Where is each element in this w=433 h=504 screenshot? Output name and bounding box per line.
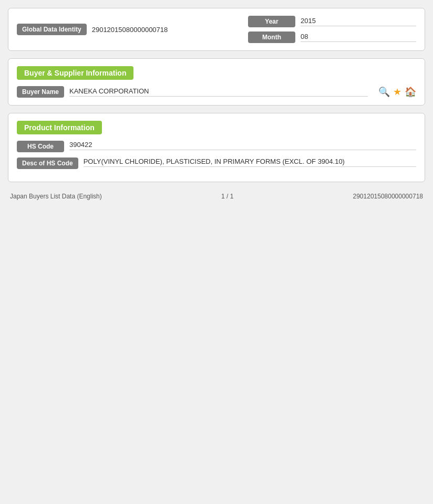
- global-data-identity-label: Global Data Identity: [17, 24, 87, 35]
- home-icon[interactable]: 🏠: [405, 87, 416, 97]
- desc-hs-code-label: Desc of HS Code: [17, 158, 78, 169]
- search-icon[interactable]: 🔍: [378, 87, 390, 97]
- hs-code-label: HS Code: [17, 141, 64, 152]
- page-wrapper: Global Data Identity 2901201508000000071…: [0, 0, 433, 504]
- month-label: Month: [248, 32, 295, 43]
- buyer-row: Buyer Name KANEKA CORPORATION 🔍 ★ 🏠: [17, 86, 416, 98]
- action-icons: 🔍 ★ 🏠: [378, 87, 416, 97]
- footer-record-id: 29012015080000000718: [353, 193, 423, 200]
- buyer-name-value: KANEKA CORPORATION: [69, 87, 368, 97]
- footer-source: Japan Buyers List Data (English): [10, 193, 102, 200]
- desc-hs-code-value: POLY(VINYL CHLORIDE), PLASTICISED, IN PR…: [84, 158, 416, 167]
- identity-left: Global Data Identity 2901201508000000071…: [17, 24, 243, 35]
- hs-code-row: HS Code 390422: [17, 141, 416, 152]
- hs-code-value: 390422: [69, 141, 416, 150]
- identity-card: Global Data Identity 2901201508000000071…: [8, 8, 425, 51]
- desc-hs-code-row: Desc of HS Code POLY(VINYL CHLORIDE), PL…: [17, 158, 416, 169]
- product-card: Product Information HS Code 390422 Desc …: [8, 113, 425, 182]
- buyer-name-label: Buyer Name: [17, 86, 64, 98]
- year-label: Year: [248, 16, 295, 27]
- buyer-supplier-card: Buyer & Supplier Information Buyer Name …: [8, 58, 425, 106]
- buyer-supplier-section-header: Buyer & Supplier Information: [17, 66, 133, 80]
- star-icon[interactable]: ★: [393, 87, 401, 97]
- product-section-header: Product Information: [17, 121, 102, 134]
- identity-right: Year 2015 Month 08: [248, 16, 416, 43]
- footer-pagination: 1 / 1: [221, 193, 233, 200]
- footer-bar: Japan Buyers List Data (English) 1 / 1 2…: [8, 190, 425, 203]
- month-value: 08: [301, 33, 416, 42]
- year-row: Year 2015: [248, 16, 416, 27]
- month-row: Month 08: [248, 32, 416, 43]
- year-value: 2015: [301, 17, 416, 26]
- global-data-identity-value: 29012015080000000718: [92, 26, 168, 34]
